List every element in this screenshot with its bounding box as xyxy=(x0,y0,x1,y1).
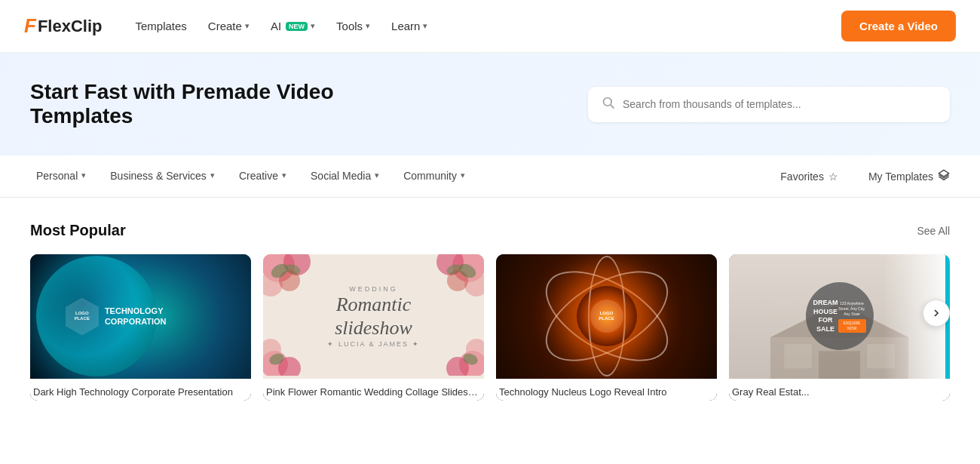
svg-line-1 xyxy=(611,105,614,109)
carousel-next-button[interactable] xyxy=(923,300,950,327)
chevron-down-icon: ▾ xyxy=(461,171,465,180)
cat-social-media[interactable]: Social Media ▾ xyxy=(299,155,391,198)
logo-text: FlexClip xyxy=(38,17,103,36)
flower-br xyxy=(424,315,484,379)
section-title: Most Popular xyxy=(30,222,126,239)
chevron-down-icon: ▾ xyxy=(210,171,215,180)
category-nav-left: Personal ▾ Business & Services ▾ Creativ… xyxy=(24,155,774,198)
wedding-text: WEDDING Romanticslideshow ✦ LUCIA & JAME… xyxy=(327,285,419,347)
template-card-tech[interactable]: LOGOPLACE TECHNOLOGYCORPORATION Dark Hig… xyxy=(30,254,251,401)
template-card-realestate[interactable]: DREAMHOUSEFOR SALE 123 Anywhere Street, … xyxy=(729,254,950,401)
template-name-tech: Dark High Technology Corporate Presentat… xyxy=(30,379,251,401)
search-input[interactable] xyxy=(623,98,936,110)
cat-business[interactable]: Business & Services ▾ xyxy=(98,155,227,198)
chevron-down-icon: ▾ xyxy=(282,171,286,180)
star-icon: ☆ xyxy=(828,171,838,183)
flower-bl xyxy=(263,315,323,379)
nav-learn[interactable]: Learn ▾ xyxy=(382,14,436,38)
chevron-down-icon: ▾ xyxy=(375,171,379,180)
ai-new-badge: NEW xyxy=(286,22,308,31)
my-templates-item[interactable]: My Templates xyxy=(862,169,956,183)
main-nav: Templates Create ▾ AI NEW ▾ Tools ▾ Lear… xyxy=(126,14,841,38)
chevron-down-icon: ▾ xyxy=(423,21,427,31)
cat-community[interactable]: Community ▾ xyxy=(391,155,477,198)
logo[interactable]: F FlexClip xyxy=(24,14,102,38)
chevron-down-icon: ▾ xyxy=(366,21,370,31)
template-thumb-nucleus: LOGOPLACE xyxy=(496,254,717,379)
search-icon xyxy=(602,96,615,113)
chevron-down-icon: ▾ xyxy=(245,21,250,31)
flower-tr xyxy=(416,254,484,318)
nav-create[interactable]: Create ▾ xyxy=(199,14,259,38)
create-video-button[interactable]: Create a Video xyxy=(841,11,956,41)
see-all-link[interactable]: See All xyxy=(917,225,950,237)
layers-icon xyxy=(938,169,950,183)
chevron-down-icon: ▾ xyxy=(81,171,86,180)
category-nav-right: Favorites ☆ My Templates xyxy=(774,169,956,183)
svg-point-0 xyxy=(604,97,612,106)
template-card-nucleus[interactable]: LOGOPLACE Technology Nucleus Logo Reveal… xyxy=(496,254,717,401)
section-header: Most Popular See All xyxy=(30,222,950,239)
hero-title: Start Fast with Premade Video Templates xyxy=(30,80,392,128)
nav-templates[interactable]: Templates xyxy=(126,14,195,38)
hero-section: Start Fast with Premade Video Templates xyxy=(0,53,980,155)
flower-tl xyxy=(263,254,331,318)
realestate-overlay: DREAMHOUSEFOR SALE 123 Anywhere Street, … xyxy=(729,254,950,379)
category-nav: Personal ▾ Business & Services ▾ Creativ… xyxy=(0,155,980,198)
nav-ai[interactable]: AI NEW ▾ xyxy=(262,14,324,38)
templates-grid: LOGOPLACE TECHNOLOGYCORPORATION Dark Hig… xyxy=(30,254,950,401)
chevron-down-icon: ▾ xyxy=(311,21,315,31)
header: F FlexClip Templates Create ▾ AI NEW ▾ T… xyxy=(0,0,980,53)
logo-icon: F xyxy=(24,14,36,38)
template-thumb-realestate: DREAMHOUSEFOR SALE 123 Anywhere Street, … xyxy=(729,254,950,379)
nucleus-logo: LOGOPLACE xyxy=(590,300,623,333)
template-name-nucleus: Technology Nucleus Logo Reveal Intro xyxy=(496,379,717,401)
template-thumb-wedding: WEDDING Romanticslideshow ✦ LUCIA & JAME… xyxy=(263,254,484,379)
tech-logo: LOGOPLACE TECHNOLOGYCORPORATION xyxy=(66,297,167,335)
search-box xyxy=(588,87,950,122)
template-thumb-tech: LOGOPLACE TECHNOLOGYCORPORATION xyxy=(30,254,251,379)
logo-hex: LOGOPLACE xyxy=(66,297,99,335)
nav-tools[interactable]: Tools ▾ xyxy=(327,14,379,38)
favorites-item[interactable]: Favorites ☆ xyxy=(774,171,844,183)
template-card-wedding[interactable]: WEDDING Romanticslideshow ✦ LUCIA & JAME… xyxy=(263,254,484,401)
corp-name: TECHNOLOGYCORPORATION xyxy=(105,306,167,327)
cat-creative[interactable]: Creative ▾ xyxy=(227,155,299,198)
template-name-realestate: Gray Real Estat... xyxy=(729,379,950,401)
dream-house-circle: DREAMHOUSEFOR SALE 123 Anywhere Street, … xyxy=(806,282,874,350)
main-content: Most Popular See All LOGOPLACE TECHNOLOG… xyxy=(0,198,980,425)
template-name-wedding: Pink Flower Romantic Wedding Collage Sli… xyxy=(263,379,484,401)
cat-personal[interactable]: Personal ▾ xyxy=(24,155,98,198)
